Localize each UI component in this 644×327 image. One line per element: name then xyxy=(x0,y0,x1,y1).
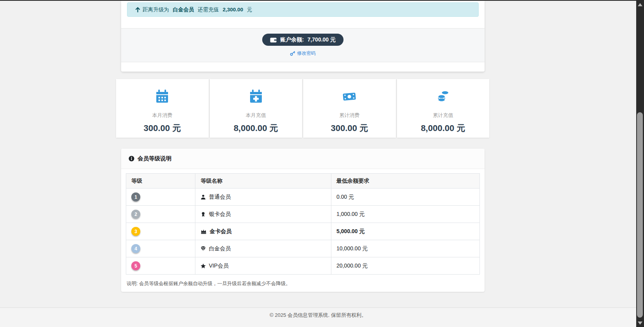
table-row: 4 白金会员 10,000.00 元 xyxy=(126,240,480,257)
level-name: 白金会员 xyxy=(209,245,231,252)
level-badge: 4 xyxy=(131,244,140,253)
level-min-balance: 20,000.00 元 xyxy=(331,257,479,275)
levels-table-header-row: 等级 等级名称 最低余额要求 xyxy=(126,174,480,189)
stat-label: 本月充值 xyxy=(246,112,266,119)
stat-value: 8,000.00 元 xyxy=(421,122,465,134)
vertical-scrollbar[interactable] xyxy=(636,0,644,327)
copyright-text: © 2025 会员信息管理系统. 保留所有权利。 xyxy=(16,308,620,319)
arrow-up-icon xyxy=(135,7,140,13)
scroll-down-arrow-icon[interactable] xyxy=(638,322,642,325)
crown-icon xyxy=(200,229,207,234)
scroll-up-arrow-icon[interactable] xyxy=(638,3,642,6)
alert-amount: 2,300.00 xyxy=(223,7,243,13)
stat-value: 300.00 元 xyxy=(331,122,368,134)
level-min-balance: 10,000.00 元 xyxy=(331,240,479,257)
column-header-level: 等级 xyxy=(126,174,195,189)
levels-table: 等级 等级名称 最低余额要求 1 普通会员 0.00 元 xyxy=(126,173,480,275)
level-badge: 5 xyxy=(131,261,140,270)
stat-label: 本月消费 xyxy=(152,112,172,119)
level-badge: 3 xyxy=(131,227,140,236)
info-circle-icon xyxy=(129,156,134,162)
page-footer: © 2025 会员信息管理系统. 保留所有权利。 xyxy=(0,307,636,327)
table-row: 3 金卡会员 5,000.00 元 xyxy=(126,223,480,240)
user-icon xyxy=(200,194,206,200)
stat-card-month-recharge: 本月充值 8,000.00 元 xyxy=(210,79,302,138)
levels-card-title: 会员等级说明 xyxy=(138,155,172,162)
gem-icon xyxy=(200,246,206,251)
alert-text: 距离升级为 xyxy=(143,6,170,13)
levels-card-header: 会员等级说明 xyxy=(121,149,485,169)
column-header-name: 等级名称 xyxy=(195,174,331,189)
balance-value: 7,700.00 元 xyxy=(308,36,336,43)
window-top-edge xyxy=(0,0,644,1)
star-icon xyxy=(200,263,206,269)
balance-label: 账户余额: xyxy=(280,36,304,43)
calendar-icon xyxy=(154,89,170,104)
table-row: 5 VIP会员 20,000.00 元 xyxy=(126,257,480,275)
column-header-min-balance: 最低余额要求 xyxy=(331,174,479,189)
key-icon xyxy=(290,51,295,56)
level-name: VIP会员 xyxy=(209,262,229,270)
level-badge: 1 xyxy=(131,192,140,201)
stat-card-total-recharge: 累计充值 8,000.00 元 xyxy=(397,79,490,138)
stat-value: 300.00 元 xyxy=(144,122,181,134)
alert-target-level: 白金会员 xyxy=(173,6,194,13)
stat-card-total-consumption: 累计消费 300.00 元 xyxy=(303,79,396,138)
calendar-plus-icon xyxy=(248,89,264,104)
stat-label: 累计充值 xyxy=(433,112,453,119)
levels-note: 说明: 会员等级会根据账户余额自动升级，一旦升级后若余额减少不会降级。 xyxy=(127,280,479,287)
level-min-balance: 1,000.00 元 xyxy=(331,206,479,223)
money-bill-icon xyxy=(342,89,357,104)
level-name: 银卡会员 xyxy=(209,211,231,218)
table-row: 1 普通会员 0.00 元 xyxy=(126,189,480,206)
wallet-icon xyxy=(270,37,277,43)
account-balance-button[interactable]: 账户余额: 7,700.00 元 xyxy=(262,34,343,46)
change-password-link[interactable]: 修改密码 xyxy=(290,50,316,57)
stat-label: 累计消费 xyxy=(339,112,360,119)
coins-icon xyxy=(435,89,451,104)
stat-value: 8,000.00 元 xyxy=(234,122,278,134)
profile-card: 距离升级为 白金会员 还需充值 2,300.00 元 账户余额: 7,700.0… xyxy=(121,1,485,72)
level-min-balance: 5,000.00 元 xyxy=(331,223,479,240)
stats-row: 本月消费 300.00 元 本月充值 8,000.00 元 xyxy=(116,79,489,138)
medal-icon xyxy=(200,212,206,217)
membership-levels-card: 会员等级说明 等级 等级名称 最低余额要求 1 xyxy=(121,149,485,292)
upgrade-alert: 距离升级为 白金会员 还需充值 2,300.00 元 xyxy=(127,2,479,17)
scrollbar-thumb[interactable] xyxy=(637,112,643,318)
table-row: 2 银卡会员 1,000.00 元 xyxy=(126,206,480,223)
level-min-balance: 0.00 元 xyxy=(331,189,479,206)
level-badge: 2 xyxy=(131,210,140,219)
balance-section: 账户余额: 7,700.00 元 修改密码 xyxy=(121,28,485,62)
level-name: 普通会员 xyxy=(209,194,231,201)
stat-card-month-consumption: 本月消费 300.00 元 xyxy=(116,79,209,138)
level-name: 金卡会员 xyxy=(209,228,231,235)
